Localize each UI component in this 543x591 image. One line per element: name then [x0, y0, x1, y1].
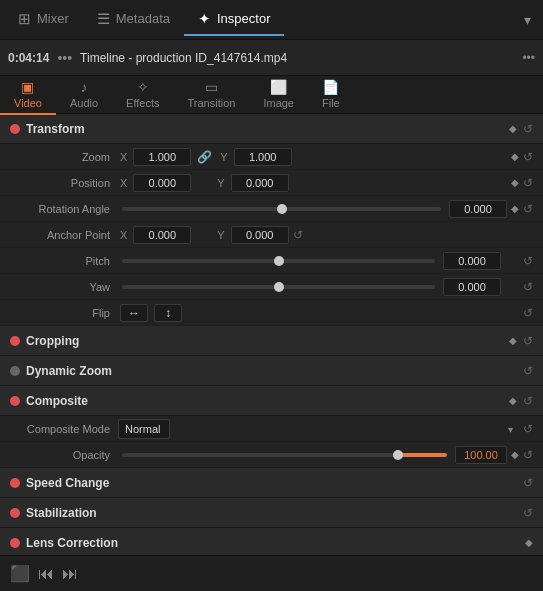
position-reset[interactable]: ↺ [523, 176, 533, 190]
rotation-label: Rotation Angle [10, 203, 110, 215]
sub-tab-file[interactable]: 📄 File [308, 75, 354, 115]
composite-mode-reset[interactable]: ↺ [523, 422, 533, 436]
opacity-slider[interactable] [122, 453, 447, 457]
sub-tab-audio[interactable]: ♪ Audio [56, 75, 112, 115]
yaw-reset[interactable]: ↺ [523, 280, 533, 294]
composite-mode-label: Composite Mode [10, 423, 110, 435]
section-cropping[interactable]: Cropping ◆ ↺ [0, 326, 543, 356]
zoom-diamond[interactable]: ◆ [511, 151, 519, 162]
zoom-y-axis: Y [220, 151, 227, 163]
rotation-reset[interactable]: ↺ [523, 202, 533, 216]
position-x-input[interactable] [133, 174, 191, 192]
tab-inspector[interactable]: ✦ Inspector [184, 4, 284, 36]
audio-tab-icon: ♪ [81, 79, 88, 95]
anchor-y-input[interactable] [231, 226, 289, 244]
speed-change-label: Speed Change [26, 476, 517, 490]
tab-inspector-label: Inspector [217, 11, 270, 26]
position-x-axis: X [120, 177, 127, 189]
composite-mode-select[interactable]: Normal Screen Multiply Overlay Add [118, 419, 170, 439]
composite-mode-select-wrapper: Normal Screen Multiply Overlay Add [118, 419, 519, 439]
zoom-label: Zoom [10, 151, 110, 163]
timeline-dots-right[interactable]: ••• [522, 51, 535, 65]
opacity-row: Opacity ◆ ↺ [0, 442, 543, 468]
timeline-dots-left[interactable]: ••• [57, 50, 72, 66]
timeline-title: Timeline - production ID_4147614.mp4 [80, 51, 514, 65]
flip-label: Flip [10, 307, 110, 319]
opacity-input[interactable] [455, 446, 507, 464]
tab-metadata[interactable]: ☰ Metadata [83, 4, 184, 36]
flip-horizontal-btn[interactable]: ↔ [120, 304, 148, 322]
metadata-icon: ☰ [97, 10, 110, 28]
yaw-input[interactable] [443, 278, 501, 296]
sub-tab-transition[interactable]: ▭ Transition [174, 75, 250, 115]
transform-diamond[interactable]: ◆ [509, 123, 517, 134]
tab-mixer-label: Mixer [37, 11, 69, 26]
opacity-diamond[interactable]: ◆ [511, 449, 519, 460]
section-composite[interactable]: Composite ◆ ↺ [0, 386, 543, 416]
pitch-slider[interactable] [122, 259, 435, 263]
opacity-label: Opacity [10, 449, 110, 461]
anchor-reset[interactable]: ↺ [293, 228, 303, 242]
section-transform[interactable]: Transform ◆ ↺ [0, 114, 543, 144]
next-btn[interactable]: ⏭ [62, 565, 78, 583]
cropping-diamond[interactable]: ◆ [509, 335, 517, 346]
sub-tab-image[interactable]: ⬜ Image [249, 75, 308, 115]
transform-label: Transform [26, 122, 503, 136]
rotation-diamond[interactable]: ◆ [511, 203, 519, 214]
tab-mixer[interactable]: ⊞ Mixer [4, 4, 83, 36]
section-stabilization[interactable]: Stabilization ↺ [0, 498, 543, 528]
position-row: Position X Y ◆ ↺ [0, 170, 543, 196]
zoom-x-axis: X [120, 151, 127, 163]
stop-btn[interactable]: ⬛ [10, 564, 30, 583]
sub-tab-effects[interactable]: ✧ Effects [112, 75, 173, 115]
anchor-point-label: Anchor Point [10, 229, 110, 241]
sub-tab-audio-label: Audio [70, 97, 98, 109]
flip-vertical-btn[interactable]: ↕ [154, 304, 182, 322]
position-y-input[interactable] [231, 174, 289, 192]
zoom-x-input[interactable] [133, 148, 191, 166]
opacity-reset[interactable]: ↺ [523, 448, 533, 462]
zoom-y-input[interactable] [234, 148, 292, 166]
dynamic-zoom-reset[interactable]: ↺ [523, 364, 533, 378]
position-diamond[interactable]: ◆ [511, 177, 519, 188]
composite-reset[interactable]: ↺ [523, 394, 533, 408]
speed-change-dot [10, 478, 20, 488]
anchor-y-axis: Y [217, 229, 224, 241]
sub-tab-file-label: File [322, 97, 340, 109]
section-dynamic-zoom[interactable]: Dynamic Zoom ↺ [0, 356, 543, 386]
pitch-reset[interactable]: ↺ [523, 254, 533, 268]
nav-arrow[interactable]: ▾ [516, 8, 539, 32]
position-label: Position [10, 177, 110, 189]
stabilization-reset[interactable]: ↺ [523, 506, 533, 520]
zoom-reset[interactable]: ↺ [523, 150, 533, 164]
pitch-row: Pitch ↺ [0, 248, 543, 274]
anchor-x-input[interactable] [133, 226, 191, 244]
transport-bar: ⬛ ⏮ ⏭ [0, 555, 543, 591]
transform-reset[interactable]: ↺ [523, 122, 533, 136]
rotation-slider[interactable] [122, 207, 441, 211]
lens-correction-diamond[interactable]: ◆ [525, 537, 533, 548]
section-lens-correction[interactable]: Lens Correction ◆ [0, 528, 543, 555]
section-speed-change[interactable]: Speed Change ↺ [0, 468, 543, 498]
cropping-label: Cropping [26, 334, 503, 348]
flip-row: Flip ↔ ↕ ↺ [0, 300, 543, 326]
anchor-x-axis: X [120, 229, 127, 241]
yaw-slider[interactable] [122, 285, 435, 289]
cropping-reset[interactable]: ↺ [523, 334, 533, 348]
rotation-input[interactable] [449, 200, 507, 218]
sub-tab-video[interactable]: ▣ Video [0, 75, 56, 115]
mixer-icon: ⊞ [18, 10, 31, 28]
pitch-input[interactable] [443, 252, 501, 270]
top-nav: ⊞ Mixer ☰ Metadata ✦ Inspector ▾ [0, 0, 543, 40]
composite-diamond[interactable]: ◆ [509, 395, 517, 406]
link-icon[interactable]: 🔗 [197, 150, 212, 164]
zoom-row: Zoom X 🔗 Y ◆ ↺ [0, 144, 543, 170]
inspector-content: Transform ◆ ↺ Zoom X 🔗 Y ◆ ↺ Position X … [0, 114, 543, 555]
flip-reset[interactable]: ↺ [523, 306, 533, 320]
file-tab-icon: 📄 [322, 79, 339, 95]
rotation-row: Rotation Angle ◆ ↺ [0, 196, 543, 222]
prev-btn[interactable]: ⏮ [38, 565, 54, 583]
sub-tab-transition-label: Transition [188, 97, 236, 109]
speed-change-reset[interactable]: ↺ [523, 476, 533, 490]
effects-tab-icon: ✧ [137, 79, 149, 95]
